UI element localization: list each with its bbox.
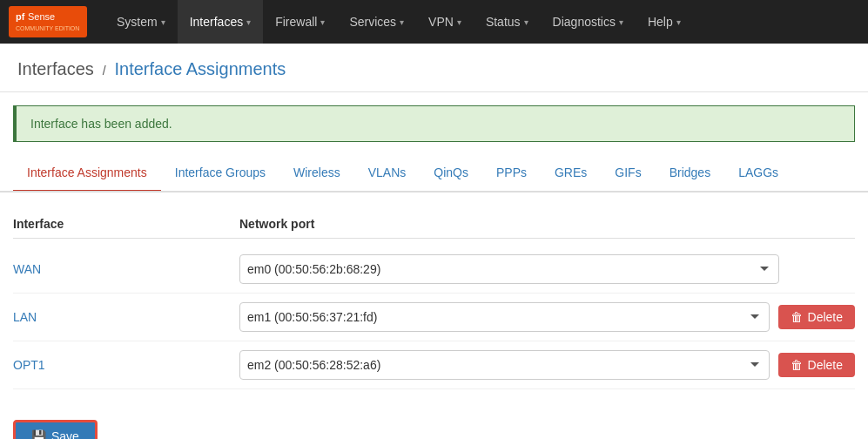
- delete-label-opt1: Delete: [808, 358, 843, 372]
- nav-item-interfaces[interactable]: Interfaces ▾: [178, 0, 263, 44]
- network-port-select-wan[interactable]: em0 (00:50:56:2b:68:29) em1 (00:50:56:37…: [239, 254, 779, 284]
- nav-link-services[interactable]: Services ▾: [337, 0, 416, 44]
- col-header-interface: Interface: [13, 217, 239, 231]
- nav-item-status[interactable]: Status ▾: [474, 0, 541, 44]
- tab-laggs[interactable]: LAGGs: [724, 155, 792, 192]
- nav-menu: System ▾ Interfaces ▾ Firewall ▾ Service…: [104, 0, 693, 44]
- nav-link-diagnostics[interactable]: Diagnostics ▾: [541, 0, 636, 44]
- nav-link-help[interactable]: Help ▾: [636, 0, 693, 44]
- save-area: 💾 Save: [0, 407, 868, 439]
- alert-message: Interface has been added.: [30, 117, 172, 131]
- tab-ppps[interactable]: PPPs: [482, 155, 541, 192]
- nav-label-status: Status: [486, 15, 521, 29]
- tab-gres[interactable]: GREs: [541, 155, 601, 192]
- nav-item-help[interactable]: Help ▾: [636, 0, 693, 44]
- tab-gifs[interactable]: GIFs: [601, 155, 655, 192]
- nav-arrow-help: ▾: [676, 17, 681, 27]
- tab-interface-assignments[interactable]: Interface Assignments: [13, 155, 161, 192]
- nav-item-services[interactable]: Services ▾: [337, 0, 416, 44]
- nav-label-system: System: [117, 15, 158, 29]
- breadcrumb-parent: Interfaces: [17, 59, 94, 78]
- nav-label-help: Help: [648, 15, 673, 29]
- nav-label-diagnostics: Diagnostics: [553, 15, 616, 29]
- brand-logo: pf Sense COMMUNITY EDITION: [9, 6, 87, 37]
- floppy-icon: 💾: [31, 429, 46, 439]
- nav-arrow-firewall: ▾: [320, 17, 325, 27]
- nav-arrow-vpn: ▾: [457, 17, 461, 27]
- tab-interface-groups[interactable]: Interface Groups: [161, 155, 279, 192]
- nav-arrow-interfaces: ▾: [246, 17, 251, 27]
- col-header-network-port: Network port: [239, 217, 855, 231]
- delete-button-opt1[interactable]: 🗑 Delete: [778, 353, 855, 377]
- save-button[interactable]: 💾 Save: [13, 420, 98, 439]
- nav-link-interfaces[interactable]: Interfaces ▾: [178, 0, 263, 44]
- svg-text:Sense: Sense: [28, 11, 55, 22]
- trash-icon-lan: 🗑: [791, 310, 803, 324]
- nav-link-vpn[interactable]: VPN ▾: [416, 0, 474, 44]
- trash-icon-opt1: 🗑: [791, 358, 803, 372]
- delete-label-lan: Delete: [808, 310, 843, 324]
- tab-qinqs[interactable]: QinQs: [420, 155, 482, 192]
- navbar: pf Sense COMMUNITY EDITION System ▾ Inte…: [0, 0, 868, 44]
- interface-link-wan[interactable]: WAN: [13, 262, 231, 276]
- save-label: Save: [51, 429, 79, 439]
- pfsense-logo-svg: pf Sense COMMUNITY EDITION: [9, 6, 87, 37]
- nav-item-firewall[interactable]: Firewall ▾: [263, 0, 337, 44]
- nav-arrow-system: ▾: [161, 17, 165, 27]
- nav-arrow-status: ▾: [524, 17, 528, 27]
- alert-success: Interface has been added.: [13, 105, 855, 142]
- nav-item-vpn[interactable]: VPN ▾: [416, 0, 474, 44]
- breadcrumb-separator: /: [103, 64, 106, 78]
- delete-button-lan[interactable]: 🗑 Delete: [778, 305, 855, 329]
- tabs-container: Interface Assignments Interface Groups W…: [0, 155, 868, 192]
- nav-label-interfaces: Interfaces: [190, 15, 243, 29]
- nav-label-vpn: VPN: [428, 15, 454, 29]
- interface-link-lan[interactable]: LAN: [13, 310, 231, 324]
- tab-vlans[interactable]: VLANs: [354, 155, 421, 192]
- main-content: Interfaces / Interface Assignments Inter…: [0, 44, 868, 439]
- network-port-select-opt1[interactable]: em0 (00:50:56:2b:68:29) em1 (00:50:56:37…: [239, 350, 770, 380]
- nav-label-firewall: Firewall: [275, 15, 317, 29]
- nav-arrow-diagnostics: ▾: [619, 17, 623, 27]
- nav-link-system[interactable]: System ▾: [104, 0, 178, 44]
- table-header: Interface Network port: [13, 210, 855, 239]
- nav-arrow-services: ▾: [400, 17, 404, 27]
- nav-item-diagnostics[interactable]: Diagnostics ▾: [541, 0, 636, 44]
- svg-text:COMMUNITY EDITION: COMMUNITY EDITION: [16, 25, 79, 31]
- breadcrumb-current: Interface Assignments: [115, 59, 286, 78]
- tab-bridges[interactable]: Bridges: [656, 155, 724, 192]
- nav-item-system[interactable]: System ▾: [104, 0, 178, 44]
- interface-link-opt1[interactable]: OPT1: [13, 358, 231, 372]
- table-row: OPT1 em0 (00:50:56:2b:68:29) em1 (00:50:…: [13, 341, 855, 389]
- table-row: LAN em0 (00:50:56:2b:68:29) em1 (00:50:5…: [13, 294, 855, 341]
- tab-wireless[interactable]: Wireless: [279, 155, 354, 192]
- nav-label-services: Services: [349, 15, 396, 29]
- nav-link-status[interactable]: Status ▾: [474, 0, 541, 44]
- table-row: WAN em0 (00:50:56:2b:68:29) em1 (00:50:5…: [13, 246, 855, 294]
- network-port-select-lan[interactable]: em0 (00:50:56:2b:68:29) em1 (00:50:56:37…: [239, 302, 770, 332]
- nav-link-firewall[interactable]: Firewall ▾: [263, 0, 337, 44]
- assignments-table: Interface Network port WAN em0 (00:50:56…: [0, 192, 868, 407]
- breadcrumb: Interfaces / Interface Assignments: [0, 44, 868, 92]
- svg-text:pf: pf: [16, 11, 25, 22]
